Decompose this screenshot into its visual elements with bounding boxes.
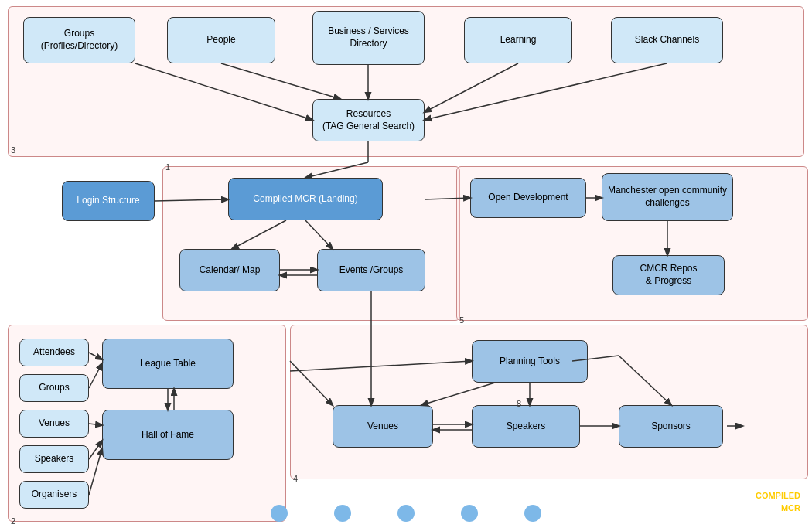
manchester-challenges-node[interactable]: Manchester open community challenges	[602, 173, 733, 221]
section-4-label: 4	[293, 474, 298, 483]
section-3-label: 3	[11, 145, 15, 155]
dot-4[interactable]	[461, 505, 478, 522]
attendees-node[interactable]: Attendees	[19, 339, 89, 366]
speakers-small-node[interactable]: Speakers	[19, 445, 89, 473]
speakers-main-node[interactable]: Speakers	[472, 405, 580, 448]
people-node[interactable]: People	[167, 17, 275, 63]
section-1-label: 1	[165, 162, 170, 172]
league-table-node[interactable]: League Table	[102, 339, 234, 389]
cmcr-repos-node[interactable]: CMCR Repos & Progress	[612, 255, 725, 295]
dot-navigation[interactable]	[271, 505, 541, 522]
compiled-mcr-node[interactable]: Compiled MCR (Landing)	[228, 178, 383, 220]
slack-channels-node[interactable]: Slack Channels	[611, 17, 723, 63]
section-2-label: 2	[11, 516, 15, 526]
dot-3[interactable]	[397, 505, 415, 522]
events-groups-node[interactable]: Events /Groups	[317, 249, 425, 291]
calendar-map-node[interactable]: Calendar/ Map	[179, 249, 280, 291]
venues-small-node[interactable]: Venues	[19, 410, 89, 438]
business-services-node[interactable]: Business / Services Directory	[312, 11, 425, 65]
open-development-node[interactable]: Open Development	[470, 178, 586, 218]
learning-node[interactable]: Learning	[464, 17, 572, 63]
sponsors-node[interactable]: Sponsors	[619, 405, 723, 448]
organisers-node[interactable]: Organisers	[19, 481, 89, 509]
groups-profiles-node[interactable]: Groups (Profiles/Directory)	[23, 17, 135, 63]
dot-1[interactable]	[271, 505, 288, 522]
resources-node[interactable]: Resources (TAG General Search)	[312, 99, 425, 141]
dot-2[interactable]	[334, 505, 351, 522]
dot-5[interactable]	[524, 505, 541, 522]
groups-small-node[interactable]: Groups	[19, 374, 89, 402]
brand-label: COMPILED MCR	[756, 490, 800, 514]
planning-tools-node[interactable]: Planning Tools	[472, 340, 588, 383]
section-5-label: 5	[459, 315, 464, 325]
section-8-label: 8	[517, 399, 521, 408]
hall-of-fame-node[interactable]: Hall of Fame	[102, 410, 234, 460]
venues-main-node[interactable]: Venues	[333, 405, 433, 448]
login-structure-node[interactable]: Login Structure	[62, 181, 155, 221]
